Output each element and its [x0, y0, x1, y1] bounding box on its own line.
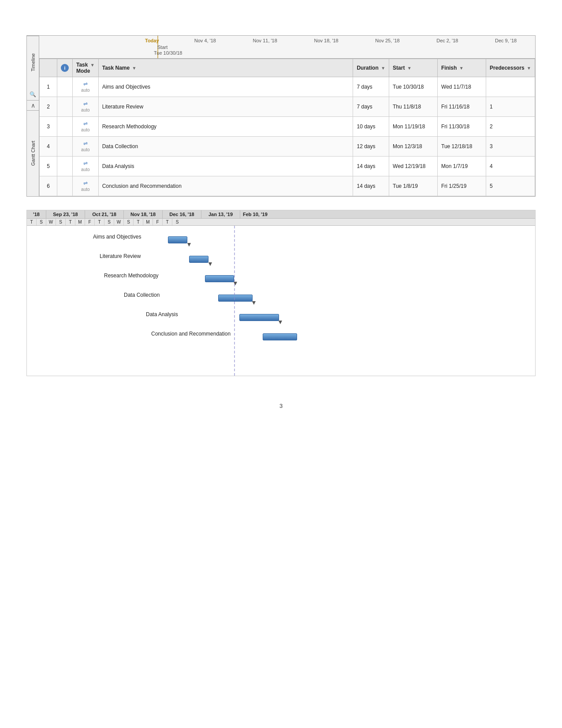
date-1: Nov 4, '18	[194, 38, 216, 43]
row-task-mode: ⇌auto	[73, 157, 99, 176]
row-start: Tue 10/30/18	[389, 77, 438, 97]
gantt-label-5: Data Analysis	[146, 311, 178, 317]
day-S3: S	[104, 219, 114, 225]
row-num: 5	[40, 157, 57, 176]
col-task-mode[interactable]: Task ▼Mode	[73, 59, 99, 77]
row-duration: 14 days	[353, 176, 389, 196]
row-num: 6	[40, 176, 57, 196]
row-finish: Fri 1/25/19	[438, 176, 486, 196]
day-F2: F	[153, 219, 163, 225]
timeline-dates: Nov 4, '18 Nov 11, '18 Nov 18, '18 Nov 2…	[176, 38, 535, 43]
gantt-label-2: Literature Review	[100, 253, 141, 259]
day-S5: S	[172, 219, 182, 225]
row-num: 4	[40, 137, 57, 157]
row-predecessors	[486, 77, 535, 97]
row-task-mode: ⇌auto	[73, 137, 99, 157]
row-mode-icon	[57, 97, 73, 117]
row-task-name: Data Analysis	[98, 157, 353, 176]
gantt-row-3: Research Methodology ▼	[27, 269, 535, 286]
gantt-row-5: Data Analysis ▼	[27, 308, 535, 325]
gantt-row-6: Conclusion and Recommendation	[27, 327, 535, 346]
chart-header-row: '18 Sep 23, '18 Oct 21, '18 Nov 18, '18 …	[27, 210, 535, 219]
table-row: 5⇌autoData Analysis14 daysWed 12/19/18Mo…	[40, 157, 535, 176]
row-finish: Mon 1/7/19	[438, 157, 486, 176]
col-info: i	[57, 59, 73, 77]
row-start: Mon 12/3/18	[389, 137, 438, 157]
chart-header-18: '18	[27, 210, 46, 218]
table-row: 6⇌autoConclusion and Recommendation14 da…	[40, 176, 535, 196]
row-task-name: Research Methodology	[98, 117, 353, 137]
row-task-name: Data Collection	[98, 137, 353, 157]
day-F1: F	[85, 219, 95, 225]
row-predecessors: 2	[486, 117, 535, 137]
day-S4: S	[124, 219, 134, 225]
col-predecessors[interactable]: Predecessors ▼	[486, 59, 535, 77]
col-start[interactable]: Start ▼	[389, 59, 438, 77]
date-6: Dec 9, '18	[495, 38, 517, 43]
today-vline	[234, 226, 235, 376]
gantt-bar-6	[263, 333, 297, 340]
day-T2: T	[66, 219, 75, 225]
row-duration: 12 days	[353, 137, 389, 157]
info-icon: i	[61, 64, 69, 72]
search-icon-area[interactable]: 🔍	[27, 89, 39, 101]
chart-header-oct21: Oct 21, '18	[85, 210, 124, 218]
task-table: i Task ▼Mode Task Name ▼ Duration ▼ Star…	[39, 59, 535, 196]
start-label: Start	[157, 45, 167, 50]
expand-icon-area[interactable]: ∧	[27, 101, 39, 111]
chart-header-nov18: Nov 18, '18	[124, 210, 163, 218]
gantt-bar-2	[189, 256, 208, 263]
chart-header-jan13: Jan 13, '19	[201, 210, 240, 218]
chart-header-dec16: Dec 16, '18	[163, 210, 201, 218]
gantt-bar-1	[168, 236, 187, 243]
chart-header-feb10: Feb 10, '19	[240, 210, 270, 218]
day-W1: W	[46, 219, 56, 225]
gantt-row-4: Data Collection ▼	[27, 288, 535, 305]
gantt-arrow-5: ▼	[277, 318, 283, 325]
row-mode-icon	[57, 77, 73, 97]
day-M1: M	[75, 219, 85, 225]
gantt-bar-5	[239, 314, 279, 321]
row-predecessors: 3	[486, 137, 535, 157]
date-3: Nov 18, '18	[314, 38, 338, 43]
col-duration[interactable]: Duration ▼	[353, 59, 389, 77]
col-finish[interactable]: Finish ▼	[438, 59, 486, 77]
table-row: 2⇌autoLiterature Review7 daysThu 11/8/18…	[40, 97, 535, 117]
table-row: 3⇌autoResearch Methodology10 daysMon 11/…	[40, 117, 535, 137]
row-predecessors: 4	[486, 157, 535, 176]
row-duration: 7 days	[353, 77, 389, 97]
table-row: 4⇌autoData Collection12 daysMon 12/3/18T…	[40, 137, 535, 157]
timeline-tab: Timeline	[27, 36, 39, 89]
chart-body: Aims and Objectives ▼ Literature Review …	[27, 226, 535, 376]
gantt-row-1: Aims and Objectives ▼	[27, 230, 535, 247]
gantt-chart-section: '18 Sep 23, '18 Oct 21, '18 Nov 18, '18 …	[26, 210, 536, 376]
row-finish: Fri 11/16/18	[438, 97, 486, 117]
gantt-bar-4	[218, 295, 253, 302]
row-num: 1	[40, 77, 57, 97]
row-mode-icon	[57, 117, 73, 137]
gantt-arrow-2: ▼	[207, 260, 213, 267]
row-start: Tue 1/8/19	[389, 176, 438, 196]
row-task-mode: ⇌auto	[73, 97, 99, 117]
row-mode-icon	[57, 137, 73, 157]
col-task-name[interactable]: Task Name ▼	[98, 59, 353, 77]
row-mode-icon	[57, 157, 73, 176]
row-start: Thu 11/8/18	[389, 97, 438, 117]
timeline-strip: Today Start Tue 10/30/18 Nov 4, '18 Nov …	[39, 36, 535, 59]
row-finish: Tue 12/18/18	[438, 137, 486, 157]
row-mode-icon	[57, 176, 73, 196]
gantt-arrow-1: ▼	[186, 241, 192, 248]
row-num: 2	[40, 97, 57, 117]
day-T3: T	[95, 219, 104, 225]
row-predecessors: 1	[486, 97, 535, 117]
search-icon[interactable]: 🔍	[30, 91, 36, 97]
gantt-label-1: Aims and Objectives	[93, 234, 141, 240]
gantt-arrow-3: ▼	[232, 280, 238, 287]
row-start: Wed 12/19/18	[389, 157, 438, 176]
date-5: Dec 2, '18	[436, 38, 458, 43]
gantt-bar-3	[205, 275, 234, 282]
gantt-main: Today Start Tue 10/30/18 Nov 4, '18 Nov …	[39, 36, 535, 196]
today-label: Today	[145, 38, 159, 43]
day-T1: T	[27, 219, 37, 225]
expand-icon[interactable]: ∧	[31, 102, 35, 109]
